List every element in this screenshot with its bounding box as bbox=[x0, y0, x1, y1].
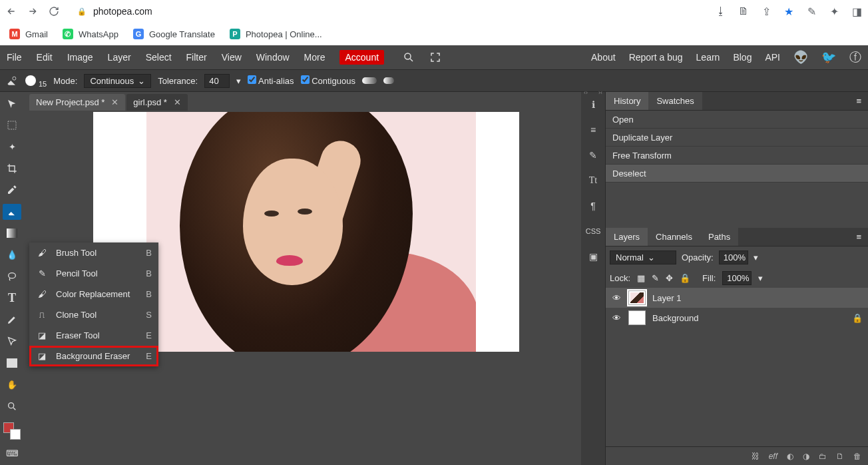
fullscreen-icon[interactable] bbox=[429, 51, 441, 63]
brush-preview-icon[interactable] bbox=[25, 75, 36, 86]
forward-button[interactable] bbox=[27, 5, 39, 17]
lock-position-icon[interactable]: ✥ bbox=[666, 273, 673, 283]
address-bar[interactable]: 🔒 photopea.com bbox=[69, 4, 160, 19]
tab-channels[interactable]: Channels bbox=[648, 228, 700, 246]
color-swatches[interactable] bbox=[3, 422, 21, 439]
menu-file[interactable]: File bbox=[7, 52, 22, 63]
hand-tool-icon[interactable]: ✋ bbox=[3, 376, 21, 392]
link-report[interactable]: Report a bug bbox=[629, 52, 683, 63]
lock-all-icon[interactable]: 🔒 bbox=[680, 273, 690, 283]
share-icon[interactable]: ⇪ bbox=[760, 5, 772, 17]
menu-filter[interactable]: Filter bbox=[186, 52, 207, 63]
sidepanel-icon[interactable]: ◨ bbox=[851, 5, 863, 17]
layer-thumbnail[interactable] bbox=[628, 290, 646, 305]
bookmark-item[interactable]: ✆WhatsApp bbox=[63, 29, 118, 39]
brush-tool-icon[interactable] bbox=[3, 204, 21, 219]
fill-dropdown-icon[interactable]: ▾ bbox=[758, 273, 763, 283]
character-panel-icon[interactable]: Tt bbox=[584, 172, 602, 189]
info-panel-icon[interactable]: ℹ bbox=[584, 96, 602, 113]
account-button[interactable]: Account bbox=[339, 50, 384, 65]
bookmark-item[interactable]: GGoogle Translate bbox=[133, 29, 215, 39]
layer-row[interactable]: 👁 Layer 1 bbox=[606, 288, 868, 308]
visibility-icon[interactable]: 👁 bbox=[611, 293, 622, 303]
close-icon[interactable]: ✕ bbox=[174, 97, 181, 107]
blend-mode-select[interactable]: Normal⌄ bbox=[610, 250, 676, 264]
panel-menu-icon[interactable]: ≡ bbox=[849, 232, 868, 242]
gradient-tool-icon[interactable] bbox=[3, 226, 21, 241]
history-item[interactable]: Open bbox=[606, 111, 868, 129]
gradient-swatch-icon[interactable] bbox=[362, 77, 377, 84]
pen-tool-icon[interactable] bbox=[3, 312, 21, 327]
search-icon[interactable] bbox=[403, 51, 415, 63]
history-item[interactable]: Free Transform bbox=[606, 147, 868, 165]
layer-row[interactable]: 👁 Background 🔒 bbox=[606, 308, 868, 328]
mode-select[interactable]: Continuous⌄ bbox=[84, 74, 151, 88]
gradient-swatch2-icon[interactable] bbox=[383, 77, 394, 84]
antialias-checkbox[interactable] bbox=[248, 75, 256, 84]
contiguous-toggle[interactable]: Contiguous bbox=[301, 75, 355, 86]
brush-panel-icon[interactable]: ✎ bbox=[584, 147, 602, 164]
adjustment-icon[interactable]: ◑ bbox=[803, 452, 809, 461]
blur-tool-icon[interactable]: 💧 bbox=[3, 247, 21, 262]
trash-icon[interactable]: 🗑 bbox=[853, 452, 861, 461]
extensions-icon[interactable]: ✦ bbox=[828, 5, 840, 17]
panel-menu-icon[interactable]: ≡ bbox=[849, 96, 868, 106]
wand-tool-icon[interactable]: ✦ bbox=[3, 139, 21, 155]
tolerance-input[interactable]: 40 bbox=[204, 74, 230, 88]
folder-icon[interactable]: 🗀 bbox=[819, 452, 827, 461]
facebook-icon[interactable]: ⓕ bbox=[849, 49, 861, 65]
flyout-pencil-tool[interactable]: ✎Pencil ToolB bbox=[29, 263, 158, 284]
opacity-dropdown-icon[interactable]: ▾ bbox=[754, 252, 758, 262]
download-icon[interactable]: ⭳ bbox=[715, 5, 727, 17]
bookmark-item[interactable]: PPhotopea | Online... bbox=[230, 29, 322, 39]
flyout-brush-tool[interactable]: 🖌Brush ToolB bbox=[29, 242, 158, 263]
history-item[interactable]: Deselect bbox=[606, 165, 868, 183]
tab-paths[interactable]: Paths bbox=[700, 228, 738, 246]
new-layer-icon[interactable]: 🗋 bbox=[836, 452, 844, 461]
flyout-color-replacement[interactable]: 🖌Color ReplacementB bbox=[29, 284, 158, 304]
thumbnail-panel-icon[interactable]: ▣ bbox=[584, 248, 602, 265]
menu-window[interactable]: Window bbox=[256, 52, 290, 63]
bookmark-item[interactable]: MGmail bbox=[9, 29, 48, 39]
paragraph-panel-icon[interactable]: ¶ bbox=[584, 197, 602, 215]
link-layers-icon[interactable]: ⛓ bbox=[752, 452, 760, 461]
move-tool-icon[interactable] bbox=[3, 96, 21, 111]
layer-thumbnail[interactable] bbox=[628, 310, 646, 325]
history-item[interactable]: Duplicate Layer bbox=[606, 129, 868, 147]
zoom-tool-icon[interactable] bbox=[3, 398, 21, 414]
tolerance-dropdown-icon[interactable]: ▾ bbox=[236, 76, 241, 86]
reddit-icon[interactable]: 👽 bbox=[793, 50, 808, 65]
eyedropper-tool-icon[interactable] bbox=[3, 183, 21, 198]
lasso-tool-icon[interactable] bbox=[3, 268, 21, 284]
adjust-panel-icon[interactable]: ≡ bbox=[584, 121, 602, 139]
menu-image[interactable]: Image bbox=[67, 52, 93, 63]
flyout-clone-tool[interactable]: ⎍Clone ToolS bbox=[29, 304, 158, 325]
back-button[interactable] bbox=[5, 5, 17, 17]
antialias-toggle[interactable]: Anti-alias bbox=[248, 75, 294, 86]
css-panel-icon[interactable]: CSS bbox=[584, 223, 602, 240]
quickmask-icon[interactable]: ⌨ bbox=[3, 446, 21, 461]
document-tab[interactable]: girl.psd *✕ bbox=[126, 94, 188, 111]
page-icon[interactable]: 🗎 bbox=[738, 5, 750, 17]
close-icon[interactable]: ✕ bbox=[111, 97, 118, 107]
shape-tool-icon[interactable] bbox=[3, 355, 21, 370]
tab-swatches[interactable]: Swatches bbox=[648, 92, 702, 110]
menu-select[interactable]: Select bbox=[146, 52, 172, 63]
fx-icon[interactable]: eff bbox=[769, 452, 777, 461]
tab-layers[interactable]: Layers bbox=[606, 228, 648, 246]
contiguous-checkbox[interactable] bbox=[301, 75, 310, 84]
visibility-icon[interactable]: 👁 bbox=[611, 313, 622, 323]
text-tool-icon[interactable]: T bbox=[3, 290, 21, 306]
tab-history[interactable]: History bbox=[606, 92, 648, 110]
menu-edit[interactable]: Edit bbox=[37, 52, 53, 63]
link-learn[interactable]: Learn bbox=[696, 52, 720, 63]
flyout-eraser-tool[interactable]: ◪Eraser ToolE bbox=[29, 325, 158, 346]
path-select-tool-icon[interactable] bbox=[3, 334, 21, 349]
link-api[interactable]: API bbox=[765, 52, 780, 63]
document-tab[interactable]: New Project.psd *✕ bbox=[29, 94, 125, 111]
lock-transparency-icon[interactable]: ▦ bbox=[637, 273, 645, 283]
bookmark-star-icon[interactable]: ★ bbox=[783, 5, 795, 17]
marquee-tool-icon[interactable] bbox=[3, 117, 21, 133]
background-color[interactable] bbox=[10, 429, 21, 440]
opacity-input[interactable]: 100% bbox=[719, 250, 748, 264]
